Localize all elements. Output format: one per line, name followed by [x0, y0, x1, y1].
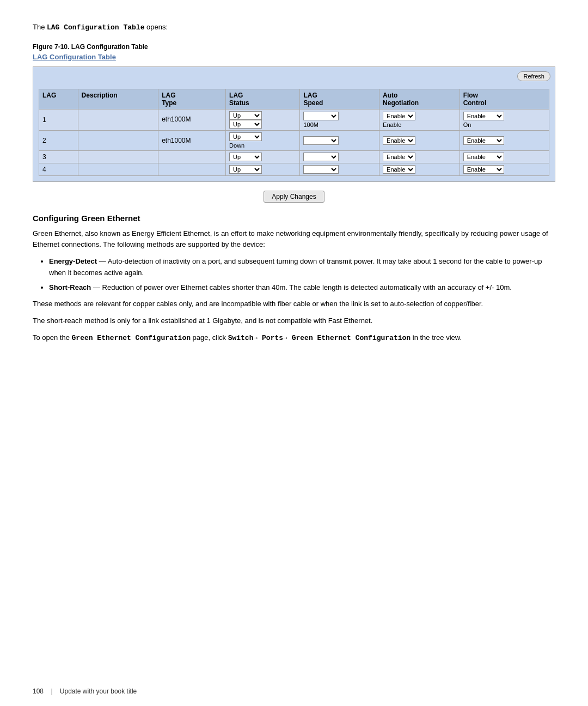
flow-control[interactable]: EnableDisable [460, 163, 549, 175]
intro-text-after: opens: [144, 23, 168, 31]
flow-control[interactable]: EnableDisable On [460, 109, 549, 130]
col-header-lag: LAG [39, 89, 78, 109]
flow-control[interactable]: EnableDisable [460, 130, 549, 150]
flow-control-select-3[interactable]: EnableDisable [463, 153, 504, 161]
lag-type: eth1000M [158, 130, 226, 150]
lag-id: 1 [39, 109, 78, 130]
auto-neg[interactable]: EnableDisable Enable [379, 109, 460, 130]
col-header-lag-status: LAGStatus [226, 89, 300, 109]
para4-middle: page, click [191, 333, 228, 342]
table-row: 1 eth1000M UpDown UpDown 10M100M1000M 10… [39, 109, 549, 130]
lag-type: eth1000M [158, 109, 226, 130]
flow-control-select-4[interactable]: EnableDisable [463, 165, 504, 174]
para4-before: To open the [33, 333, 72, 342]
lag-speed[interactable]: 10M100M1000M [300, 163, 379, 175]
figure-label: Figure 7-10. LAG Configuration Table [33, 43, 555, 51]
lag-status[interactable]: UpDown [226, 150, 300, 163]
description [78, 150, 158, 163]
lag-status-select-4[interactable]: UpDown [229, 165, 262, 174]
section-para1: Green Ethernet, also known as Energy Eff… [33, 228, 555, 251]
refresh-button[interactable]: Refresh [517, 71, 550, 81]
auto-neg-select-1-top[interactable]: EnableDisable [383, 112, 415, 120]
para4-nav: Switch→ Ports→ Green Ethernet Configurat… [228, 334, 411, 342]
description [78, 130, 158, 150]
section-para4: To open the Green Ethernet Configuration… [33, 332, 555, 344]
lag-type [158, 163, 226, 175]
auto-neg-select-2[interactable]: EnableDisable [383, 136, 415, 145]
bullet-dash-1: — [97, 257, 108, 265]
lag-speed[interactable]: 10M100M1000M [300, 150, 379, 163]
lag-speed-select-3[interactable]: 10M100M1000M [303, 153, 339, 161]
lag-speed-select-1-top[interactable]: 10M100M1000M [303, 112, 339, 120]
table-row: 4 UpDown 10M100M1000M EnableDisable Enab… [39, 163, 549, 175]
lag-status-select-1-bottom[interactable]: UpDown [229, 120, 262, 129]
col-header-lag-speed: LAGSpeed [300, 89, 379, 109]
apply-button-container: Apply Changes [33, 191, 555, 203]
auto-neg[interactable]: EnableDisable [379, 163, 460, 175]
flow-control[interactable]: EnableDisable [460, 150, 549, 163]
col-header-lag-type: LAGType [158, 89, 226, 109]
apply-changes-button[interactable]: Apply Changes [264, 191, 324, 203]
flow-control-select-1-top[interactable]: EnableDisable [463, 112, 504, 120]
section-heading: Configuring Green Ethernet [33, 214, 555, 223]
intro-text-before: The [33, 23, 47, 31]
description [78, 109, 158, 130]
lag-status[interactable]: UpDown UpDown [226, 109, 300, 130]
lag-speed-select-2[interactable]: 10M100M1000M [303, 136, 339, 145]
col-header-auto-neg: AutoNegotiation [379, 89, 460, 109]
bullet-list: Energy-Detect — Auto-detection of inacti… [49, 256, 555, 293]
bullet-dash-2: — [91, 283, 102, 291]
list-item: Short-Reach — Reduction of power over Et… [49, 282, 555, 294]
lag-id: 2 [39, 130, 78, 150]
lag-id: 3 [39, 150, 78, 163]
lag-status[interactable]: UpDown Down [226, 130, 300, 150]
list-item: Energy-Detect — Auto-detection of inacti… [49, 256, 555, 279]
section-para2: These methods are relevant for copper ca… [33, 299, 555, 310]
bullet-text-2: Reduction of power over Ethernet cables … [102, 283, 512, 291]
lag-config-table: LAG Description LAGType LAGStatus LAGSpe… [39, 89, 549, 176]
lag-status-select-2-top[interactable]: UpDown [229, 132, 262, 141]
bullet-term-2: Short-Reach [49, 283, 91, 291]
intro-bold: LAG Configuration Table [47, 23, 144, 32]
para4-bold: Green Ethernet Configuration [72, 334, 191, 342]
lag-table-container: Refresh LAG Description LAGType LAGStatu… [33, 66, 555, 182]
flow-control-select-2[interactable]: EnableDisable [463, 136, 504, 145]
lag-id: 4 [39, 163, 78, 175]
description [78, 163, 158, 175]
lag-speed[interactable]: 10M100M1000M 100M [300, 109, 379, 130]
col-header-description: Description [78, 89, 158, 109]
lag-status[interactable]: UpDown [226, 163, 300, 175]
lag-status-select-1-top[interactable]: UpDown [229, 111, 262, 120]
lag-status-select-3[interactable]: UpDown [229, 153, 262, 161]
auto-neg-select-3[interactable]: EnableDisable [383, 153, 415, 161]
bullet-text-1: Auto-detection of inactivity on a port, … [49, 257, 542, 277]
table-row: 2 eth1000M UpDown Down 10M100M1000M Enab… [39, 130, 549, 150]
figure-title: LAG Configuration Table [33, 53, 555, 61]
table-row: 3 UpDown 10M100M1000M EnableDisable Enab… [39, 150, 549, 163]
auto-neg[interactable]: EnableDisable [379, 130, 460, 150]
col-header-flow-control: FlowControl [460, 89, 549, 109]
auto-neg[interactable]: EnableDisable [379, 150, 460, 163]
lag-speed[interactable]: 10M100M1000M [300, 130, 379, 150]
lag-type [158, 150, 226, 163]
para4-after: in the tree view. [411, 333, 462, 342]
intro-paragraph: The LAG Configuration Table opens: [33, 22, 555, 33]
lag-speed-select-4[interactable]: 10M100M1000M [303, 165, 339, 174]
auto-neg-select-4[interactable]: EnableDisable [383, 165, 415, 174]
bullet-term-1: Energy-Detect [49, 257, 97, 265]
section-para3: The short-reach method is only for a lin… [33, 315, 555, 327]
